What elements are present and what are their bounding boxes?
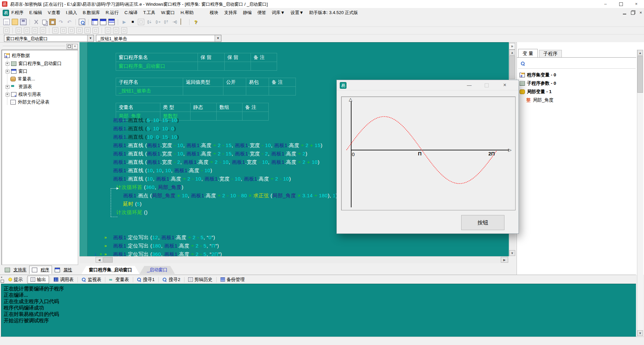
code-line[interactable]: 画板1.画直线 (5, 10, 10, 0)	[113, 126, 176, 132]
table-value-cell[interactable]	[225, 62, 251, 71]
tree-root-program-data[interactable]: 程序数据	[4, 52, 30, 59]
code-line[interactable]: 画板1.画直线 (10, 画板1.高度 ÷ 2 - 10, 画板1.宽度 - 1…	[113, 176, 291, 182]
toolbar-step-into-icon[interactable]: {}⇣	[146, 19, 153, 25]
code-line[interactable]: 延时 (5)	[123, 201, 142, 207]
table-value-cell[interactable]	[217, 112, 243, 121]
variables-tree-item[interactable]: 程序集变量 - 0	[520, 71, 556, 79]
code-line[interactable]: 画板1.定位写出 (12, 画板1.高度 ÷ 2 - 5, “0”)	[113, 234, 215, 241]
right-vertical-scrollbar[interactable]: ▲ ▼	[637, 50, 643, 337]
menu-C.编译[interactable]: C.编译	[124, 10, 138, 16]
variables-tree-item[interactable]: 整局部_角度	[526, 96, 553, 104]
table-value-cell[interactable]: 窗口程序集_启动窗口	[116, 62, 198, 71]
scroll-right-icon[interactable]: ▶	[501, 257, 508, 263]
close-button[interactable]: ×	[629, 0, 644, 8]
table-value-cell[interactable]	[223, 87, 246, 95]
mdi-restore-icon[interactable]	[631, 11, 635, 15]
menu-设置▼[interactable]: 设置▼	[290, 10, 304, 16]
code-line[interactable]: 画板1.画点 (局部_角度 + 10, 画板1.高度 ÷ 2 - 10 - 80…	[123, 193, 337, 199]
menu-B.数据库[interactable]: B.数据库	[83, 10, 100, 16]
run-maximize-button[interactable]	[479, 80, 494, 90]
panel-collapse-button[interactable]: »	[509, 43, 515, 50]
code-line[interactable]: 画板1.画直线 (画板1.宽度 - 10, 画板1.高度 ÷ 2 - 15, 画…	[113, 142, 323, 149]
scroll-thumb[interactable]	[103, 257, 113, 263]
table-value-cell[interactable]	[246, 87, 269, 95]
scroll-down-icon[interactable]: ▼	[509, 250, 515, 256]
toolbar-step-out-icon[interactable]: {}⇡	[163, 19, 169, 25]
toolbar-center-vert-icon[interactable]	[60, 27, 66, 33]
table-value-cell[interactable]	[198, 62, 225, 71]
close-panel-icon[interactable]: ×	[1, 276, 5, 279]
menu-T.工具[interactable]: T.工具	[143, 10, 155, 16]
run-close-button[interactable]: ×	[497, 80, 513, 90]
toolbar-fit-height-icon[interactable]	[113, 27, 119, 33]
scroll-down-icon[interactable]: ▼	[637, 330, 643, 336]
tab-剪辑历史[interactable]: 剪辑历史	[185, 276, 216, 284]
menu-I.插入[interactable]: I.插入	[66, 10, 77, 16]
code-line[interactable]: 画板1.画直线 (10, 10, 10, 画板1.高度 - 10)	[113, 167, 212, 174]
tree-item-外部文件记录表[interactable]: 外部文件记录表	[6, 98, 50, 106]
tree-item-模块引用表[interactable]: 模块引用表	[6, 91, 41, 98]
code-line[interactable]: 画板1.画直线 (画板1.宽度 - 10, 画板1.高度 ÷ 2 - 15, 画…	[113, 151, 307, 157]
code-line[interactable]: 画板1.画直线 (5, 10, 15, 10)	[113, 117, 179, 124]
expand-plus-icon[interactable]	[6, 93, 9, 96]
tab-调用表[interactable]: 调用表	[51, 276, 77, 284]
code-line[interactable]: 计次循环首 (360, 局部_角度)	[116, 184, 183, 191]
scroll-up-icon[interactable]: ▲	[509, 50, 515, 55]
variables-tree-item[interactable]: 子程序参数 - 0	[520, 79, 556, 87]
tab-提示[interactable]: 提示	[5, 276, 26, 284]
expand-plus-icon[interactable]	[6, 70, 9, 73]
toolbar-find-icon[interactable]	[79, 19, 85, 25]
toolbar-debug-window-icon[interactable]	[138, 19, 144, 25]
code-horizontal-scrollbar[interactable]: ◀ ▶	[79, 256, 509, 263]
tab-监视表[interactable]: 监视表	[78, 276, 105, 284]
tab-属性[interactable]: 属性	[52, 266, 75, 274]
variables-tree-item[interactable]: 局部变量 - 1	[520, 88, 552, 96]
toolbar-save-icon[interactable]	[20, 19, 26, 25]
maximize-button[interactable]	[613, 0, 629, 8]
chevron-down-icon[interactable]: ▼	[87, 35, 94, 42]
mdi-minimize-icon[interactable]	[623, 14, 626, 14]
menu-H.帮助[interactable]: H.帮助	[180, 10, 194, 16]
tree-item-窗口[interactable]: 窗口	[6, 68, 28, 75]
table-value-cell[interactable]	[183, 87, 223, 95]
tree-item-资源表[interactable]: 资源表	[6, 83, 32, 90]
tab-子程序[interactable]: 子程序	[539, 50, 562, 57]
menu-支持库[interactable]: 支持库	[224, 10, 237, 16]
menu-模块[interactable]: 模块	[210, 10, 218, 16]
minimize-button[interactable]: –	[598, 0, 613, 8]
scroll-thumb[interactable]	[509, 56, 515, 79]
tab-搜寻2[interactable]: 搜寻2	[159, 276, 183, 284]
output-console[interactable]: 正在统计需要编译的子程序正在编译...正在生成主程序入口代码程序代码编译成功正在…	[1, 284, 636, 337]
toolbar-fit-both-icon[interactable]	[121, 27, 127, 33]
menu-F.程序[interactable]: F.程序	[11, 10, 23, 16]
routine-combo[interactable]: _按钮1_被单击 ▼	[96, 35, 221, 42]
chevron-down-icon[interactable]: ▼	[215, 35, 221, 42]
toolbar-new-icon[interactable]	[3, 19, 10, 25]
code-line[interactable]: 画板1.定位写出 (180, 画板1.高度 ÷ 2 - 5, “Π”)	[113, 243, 219, 249]
panel-grip[interactable]	[3, 46, 65, 47]
table-value-cell[interactable]	[269, 87, 296, 95]
toolbar-align-top-icon[interactable]	[32, 27, 38, 33]
menu-便签[interactable]: 便签	[257, 10, 266, 16]
dock-panel-icon[interactable]	[1, 280, 4, 283]
toolbar-step-over-icon[interactable]: {}⇢	[155, 19, 161, 25]
toolbar-step-exit-icon[interactable]: ⇥{}	[171, 19, 178, 25]
toolbar-undo-icon[interactable]: ↶	[66, 19, 72, 25]
tree-item-窗口程序集_启动窗口[interactable]: 窗口程序集_启动窗口	[6, 60, 62, 67]
table-value-cell[interactable]	[251, 62, 277, 71]
toolbar-win-grid-icon[interactable]	[108, 19, 115, 25]
toolbar-win-top-icon[interactable]	[100, 19, 106, 25]
assembly-combo[interactable]: 窗口程序集_启动窗口 ▼	[4, 35, 94, 42]
code-line[interactable]: 画板1.画直线 (10, 0, 15, 10)	[113, 134, 179, 140]
toolbar-cut-icon[interactable]	[33, 19, 39, 25]
menu-R.运行[interactable]: R.运行	[106, 10, 119, 16]
toolbar-open-icon[interactable]	[12, 19, 18, 25]
scroll-up-icon[interactable]: ▲	[637, 50, 643, 56]
tab-程序[interactable]: 程序	[29, 266, 52, 274]
scroll-left-icon[interactable]: ◀	[96, 257, 103, 263]
menu-静编[interactable]: 静编	[243, 10, 252, 16]
panel-close-button[interactable]: ×	[72, 44, 78, 49]
expand-plus-icon[interactable]	[6, 85, 9, 89]
table-value-cell[interactable]	[191, 112, 217, 121]
panel-float-button[interactable]	[66, 44, 72, 49]
